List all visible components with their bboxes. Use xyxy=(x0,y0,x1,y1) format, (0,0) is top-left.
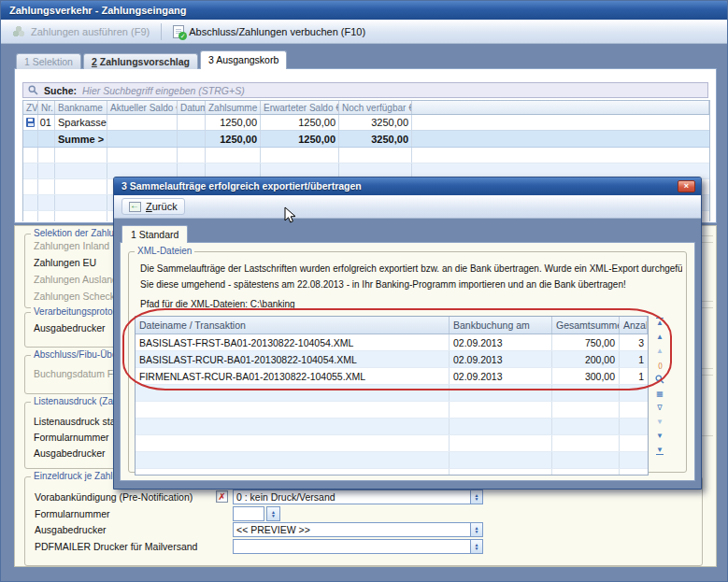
main-toolbar: Zahlungen ausführen (F9) ✓ Abschluss/Zah… xyxy=(1,20,727,44)
post-payments-button[interactable]: ✓ Abschluss/Zahlungen verbuchen (F10) xyxy=(167,23,371,40)
field-edge-line xyxy=(701,435,713,436)
bank-table-header: ZV Nr. Bankname Aktueller Saldo € Datum … xyxy=(23,101,709,115)
search-input[interactable]: Suche: Hier Suchbegriff eingeben (STRG+S… xyxy=(22,82,708,98)
item-formularnummer-1: Formularnummer xyxy=(34,432,109,443)
vorabankuendigung-combo[interactable]: 0 : kein Druck/Versand ▲▼ xyxy=(233,490,483,504)
group-einzeldruck: Einzeldruck je Zahlun Vorabankündigung (… xyxy=(24,476,703,566)
group-verarbeitungsprotokoll-label: Verarbeitungsprotoko xyxy=(31,306,125,318)
search-placeholder: Hier Suchbegriff eingeben (STRG+S) xyxy=(82,85,245,96)
table-empty-row xyxy=(136,469,648,476)
form-row-pdfmailer: PDFMAILER Drucker für Mailversand ▲▼ xyxy=(25,539,702,555)
item-ausgabedrucker-2: Ausgabedrucker xyxy=(34,447,105,459)
back-button-label: Zurück xyxy=(146,201,178,212)
page-up-icon[interactable]: ▲ xyxy=(656,347,664,355)
post-payments-label: Abschluss/Zahlungen verbuchen (F10) xyxy=(189,26,365,37)
xml-files-table-header: Dateiname / Transaktion Bankbuchung am G… xyxy=(136,317,648,334)
column-header-zv[interactable]: ZV xyxy=(23,101,38,114)
item-buchungsdatum: Buchungsdatum Fib xyxy=(34,368,121,379)
xml-files-table: Dateiname / Transaktion Bankbuchung am G… xyxy=(135,316,649,476)
ausgabedrucker-combo[interactable]: << PREVIEW >> ▲▼ xyxy=(233,522,483,537)
tab-standard[interactable]: 1 Standard xyxy=(121,225,188,243)
column-header-zahlsumme[interactable]: Zahlsumme € xyxy=(206,101,261,114)
column-header-bankbuchung[interactable]: Bankbuchung am xyxy=(450,317,552,334)
combo-spinner-icon[interactable]: ▲▼ xyxy=(470,523,482,536)
count-icon[interactable]: ( ) xyxy=(658,361,662,369)
xml-file-row[interactable]: BASISLAST-FRST-BA01-20130822-104054.XML … xyxy=(136,334,648,351)
back-arrow-icon: ← xyxy=(129,202,141,212)
summary-zahlsumme: 1250,00 xyxy=(206,131,261,147)
export-result-dialog: 3 Sammelaufträge erfolgreich exportiert/… xyxy=(113,177,702,490)
file-date: 02.09.2013 xyxy=(450,334,552,350)
execute-payments-button[interactable]: Zahlungen ausführen (F9) xyxy=(7,23,155,39)
export-message-line1: Die Sammelaufträge der Lastschriften wur… xyxy=(140,263,682,274)
form-row-formularnummer: Formularnummer ▲▼ xyxy=(25,506,702,522)
file-count: 1 xyxy=(620,351,648,367)
column-header-bankname[interactable]: Bankname xyxy=(55,101,107,114)
file-name: BASISLAST-FRST-BA01-20130822-104054.XML xyxy=(136,334,450,350)
table-empty-row xyxy=(136,435,648,452)
ausgabedrucker-label: Ausgabedrucker xyxy=(35,524,106,535)
search-icon[interactable] xyxy=(655,375,664,384)
row-up-icon[interactable]: ▲ xyxy=(656,333,664,341)
grid-nav-strip: ▲ ▲ ▲ ( ) ▦ ∇ ▼ ▼ ▼ xyxy=(652,316,667,476)
search-label: Suche: xyxy=(44,85,77,96)
columns-icon[interactable]: ▦ xyxy=(656,390,664,398)
dialog-toolbar: ← Zurück xyxy=(114,195,701,219)
table-empty-row xyxy=(23,148,709,163)
dialog-titlebar: 3 Sammelaufträge erfolgreich exportiert/… xyxy=(114,177,701,195)
bank-nr: 01 xyxy=(38,115,55,130)
window-title: Zahlungsverkehr - Zahlungseingang xyxy=(9,5,186,16)
toolbar-separator xyxy=(161,23,162,40)
table-empty-row xyxy=(136,419,648,435)
formularnummer-spinner-icon[interactable]: ▲▼ xyxy=(266,506,280,521)
goto-last-icon[interactable]: ▼ xyxy=(656,446,664,455)
tab-ausgangskorb[interactable]: 3 Ausgangskorb xyxy=(200,50,287,69)
vorabankuendigung-label: Vorabankündigung (Pre-Notification) xyxy=(35,491,193,503)
combo-spinner-icon[interactable]: ▲▼ xyxy=(470,540,482,553)
tab-zahlungsvorschlag[interactable]: 2 Zahlungsvorschlag xyxy=(83,53,198,69)
field-edge-line xyxy=(701,368,713,369)
file-sum: 750,00 xyxy=(552,334,620,350)
row-down-icon[interactable]: ▼ xyxy=(656,432,664,440)
pdfmailer-combo[interactable]: ▲▼ xyxy=(233,539,483,554)
execute-payments-label: Zahlungen ausführen (F9) xyxy=(31,26,150,37)
formularnummer-field[interactable] xyxy=(233,506,264,521)
column-header-noch-verfuegbar[interactable]: Noch verfügbar € xyxy=(339,101,412,114)
column-header-anzahl[interactable]: Anzah xyxy=(620,317,648,334)
form-row-vorabankuendigung: Vorabankündigung (Pre-Notification) ✗ 0 … xyxy=(25,490,702,505)
item-ausgabedrucker-1: Ausgabedrucker xyxy=(34,322,105,334)
xml-file-row[interactable]: FIRMENLAST-RCUR-BA01-20130822-104055.XML… xyxy=(136,368,648,385)
column-header-erwarteter-saldo[interactable]: Erwarteter Saldo € xyxy=(261,101,339,114)
column-header-nr[interactable]: Nr. xyxy=(38,101,55,114)
item-zahlungen-inland: Zahlungen Inland xyxy=(34,240,109,251)
column-header-datum[interactable]: Datum xyxy=(178,101,206,114)
file-name: FIRMENLAST-RCUR-BA01-20130822-104055.XML xyxy=(136,368,450,384)
column-header-dateiname[interactable]: Dateiname / Transaktion xyxy=(136,317,450,334)
xml-file-row[interactable]: BASISLAST-RCUR-BA01-20130822-104054.XML … xyxy=(136,351,648,368)
noch-verfuegbar-value: 3250,00 xyxy=(339,115,412,130)
file-count: 3 xyxy=(620,334,648,350)
file-date: 02.09.2013 xyxy=(450,368,552,384)
goto-first-icon[interactable]: ▲ xyxy=(656,318,664,327)
summary-erwarteter-saldo: 1250,00 xyxy=(261,131,339,147)
summary-noch-verfuegbar: 3250,00 xyxy=(339,131,412,147)
filter-icon[interactable]: ∇ xyxy=(657,404,662,412)
zahlsumme-value: 1250,00 xyxy=(206,115,261,130)
table-empty-row xyxy=(136,385,648,402)
file-name: BASISLAST-RCUR-BA01-20130822-104054.XML xyxy=(136,351,450,367)
back-button[interactable]: ← Zurück xyxy=(121,198,185,215)
tab-selektion[interactable]: 1 Selektion xyxy=(16,53,81,69)
file-sum: 200,00 xyxy=(552,351,620,367)
item-listenausdruck-start: Listenausdruck star xyxy=(34,416,119,427)
dialog-tab-page: XML-Dateien Die Sammelaufträge der Lasts… xyxy=(120,242,695,481)
field-edge-line xyxy=(701,301,713,302)
column-header-aktueller-saldo[interactable]: Aktueller Saldo € xyxy=(107,101,178,114)
vorabankuendigung-checkbox[interactable]: ✗ xyxy=(216,490,228,503)
vorabankuendigung-value: 0 : kein Druck/Versand xyxy=(234,491,470,503)
combo-spinner-icon[interactable]: ▲▼ xyxy=(470,490,482,504)
close-icon[interactable]: × xyxy=(678,180,695,192)
column-header-gesamtsumme[interactable]: Gesamtsumme € xyxy=(552,317,620,334)
bank-row-sparkasse[interactable]: 01 Sparkasse 1250,00 1250,00 3250,00 xyxy=(23,115,709,131)
page-down-icon[interactable]: ▼ xyxy=(656,418,664,426)
search-icon xyxy=(28,85,38,95)
